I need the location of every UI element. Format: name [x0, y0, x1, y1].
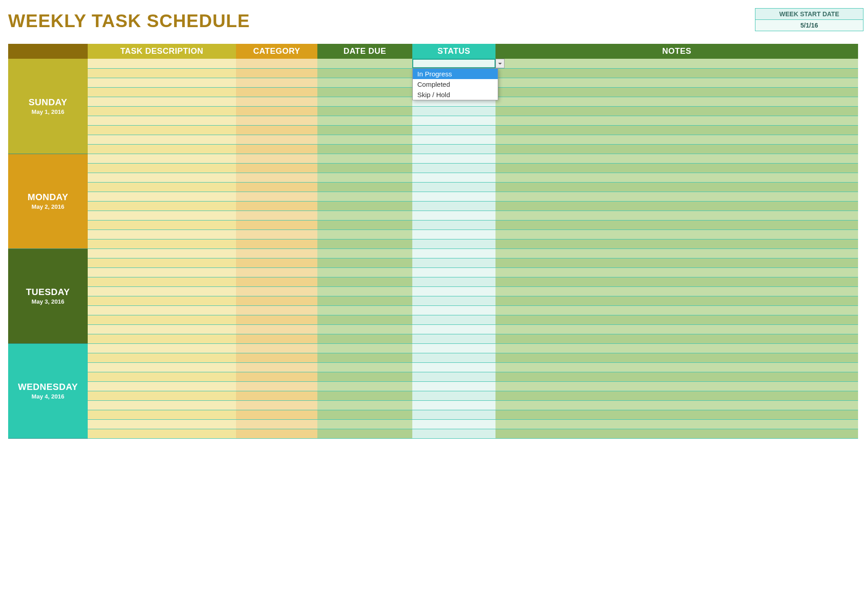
- notes-cell[interactable]: [495, 78, 858, 87]
- category-cell[interactable]: [236, 400, 317, 410]
- status-cell[interactable]: [412, 419, 495, 429]
- due-cell[interactable]: [317, 78, 412, 87]
- status-cell[interactable]: [412, 334, 495, 343]
- category-cell[interactable]: [236, 315, 317, 324]
- notes-cell[interactable]: [495, 410, 858, 419]
- task-cell[interactable]: [88, 429, 236, 438]
- category-cell[interactable]: [236, 353, 317, 362]
- notes-cell[interactable]: [495, 106, 858, 116]
- task-cell[interactable]: [88, 116, 236, 125]
- category-cell[interactable]: [236, 59, 317, 68]
- status-cell[interactable]: In ProgressCompletedSkip / Hold: [412, 59, 495, 68]
- category-cell[interactable]: [236, 163, 317, 173]
- category-cell[interactable]: [236, 410, 317, 419]
- task-cell[interactable]: [88, 343, 236, 353]
- task-cell[interactable]: [88, 125, 236, 135]
- due-cell[interactable]: [317, 410, 412, 419]
- due-cell[interactable]: [317, 211, 412, 220]
- task-cell[interactable]: [88, 286, 236, 296]
- status-cell[interactable]: [412, 277, 495, 286]
- notes-cell[interactable]: [495, 68, 858, 78]
- task-cell[interactable]: [88, 249, 236, 258]
- status-cell[interactable]: [412, 201, 495, 211]
- due-cell[interactable]: [317, 249, 412, 258]
- category-cell[interactable]: [236, 296, 317, 305]
- due-cell[interactable]: [317, 154, 412, 163]
- status-cell[interactable]: [412, 324, 495, 334]
- task-cell[interactable]: [88, 277, 236, 286]
- notes-cell[interactable]: [495, 315, 858, 324]
- notes-cell[interactable]: [495, 286, 858, 296]
- due-cell[interactable]: [317, 106, 412, 116]
- due-cell[interactable]: [317, 59, 412, 68]
- notes-cell[interactable]: [495, 324, 858, 334]
- due-cell[interactable]: [317, 324, 412, 334]
- category-cell[interactable]: [236, 144, 317, 154]
- due-cell[interactable]: [317, 182, 412, 192]
- status-cell[interactable]: [412, 410, 495, 419]
- notes-cell[interactable]: [495, 116, 858, 125]
- due-cell[interactable]: [317, 135, 412, 144]
- category-cell[interactable]: [236, 211, 317, 220]
- status-cell[interactable]: [412, 353, 495, 362]
- due-cell[interactable]: [317, 334, 412, 343]
- notes-cell[interactable]: [495, 343, 858, 353]
- task-cell[interactable]: [88, 163, 236, 173]
- status-cell[interactable]: [412, 239, 495, 249]
- category-cell[interactable]: [236, 116, 317, 125]
- status-cell[interactable]: [412, 106, 495, 116]
- status-cell[interactable]: [412, 315, 495, 324]
- task-cell[interactable]: [88, 230, 236, 239]
- due-cell[interactable]: [317, 97, 412, 106]
- status-cell[interactable]: [412, 305, 495, 315]
- task-cell[interactable]: [88, 334, 236, 343]
- category-cell[interactable]: [236, 277, 317, 286]
- due-cell[interactable]: [317, 230, 412, 239]
- task-cell[interactable]: [88, 201, 236, 211]
- notes-cell[interactable]: [495, 87, 858, 97]
- due-cell[interactable]: [317, 144, 412, 154]
- status-cell[interactable]: [412, 135, 495, 144]
- status-cell[interactable]: [412, 267, 495, 277]
- status-cell[interactable]: [412, 230, 495, 239]
- status-cell[interactable]: [412, 381, 495, 391]
- category-cell[interactable]: [236, 239, 317, 249]
- status-cell[interactable]: [412, 296, 495, 305]
- task-cell[interactable]: [88, 353, 236, 362]
- category-cell[interactable]: [236, 135, 317, 144]
- task-cell[interactable]: [88, 410, 236, 419]
- due-cell[interactable]: [317, 192, 412, 201]
- task-cell[interactable]: [88, 68, 236, 78]
- dropdown-arrow-icon[interactable]: [495, 59, 505, 68]
- due-cell[interactable]: [317, 277, 412, 286]
- notes-cell[interactable]: [495, 201, 858, 211]
- notes-cell[interactable]: [495, 182, 858, 192]
- task-cell[interactable]: [88, 211, 236, 220]
- category-cell[interactable]: [236, 305, 317, 315]
- due-cell[interactable]: [317, 258, 412, 267]
- category-cell[interactable]: [236, 362, 317, 372]
- status-cell[interactable]: [412, 258, 495, 267]
- category-cell[interactable]: [236, 173, 317, 182]
- notes-cell[interactable]: [495, 429, 858, 438]
- week-start-value[interactable]: 5/1/16: [755, 20, 863, 31]
- category-cell[interactable]: [236, 97, 317, 106]
- task-cell[interactable]: [88, 173, 236, 182]
- due-cell[interactable]: [317, 429, 412, 438]
- status-cell[interactable]: [412, 144, 495, 154]
- status-cell[interactable]: [412, 154, 495, 163]
- task-cell[interactable]: [88, 135, 236, 144]
- category-cell[interactable]: [236, 372, 317, 381]
- task-cell[interactable]: [88, 87, 236, 97]
- notes-cell[interactable]: [495, 163, 858, 173]
- task-cell[interactable]: [88, 305, 236, 315]
- category-cell[interactable]: [236, 201, 317, 211]
- notes-cell[interactable]: [495, 419, 858, 429]
- task-cell[interactable]: [88, 324, 236, 334]
- status-cell[interactable]: [412, 372, 495, 381]
- due-cell[interactable]: [317, 305, 412, 315]
- notes-cell[interactable]: [495, 249, 858, 258]
- category-cell[interactable]: [236, 87, 317, 97]
- notes-cell[interactable]: [495, 59, 858, 68]
- category-cell[interactable]: [236, 230, 317, 239]
